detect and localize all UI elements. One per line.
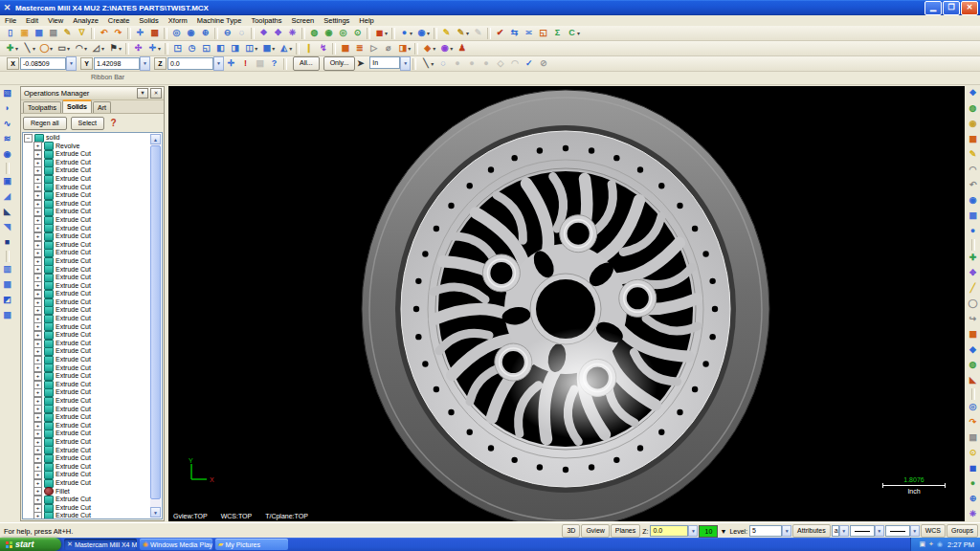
planes-globe-icon[interactable]: ●▾	[397, 26, 414, 40]
color-swatch[interactable]: 10	[699, 525, 718, 538]
tree-item-extrude-cut[interactable]: +Extrude Cut	[33, 257, 150, 266]
collapse-icon[interactable]: −	[24, 134, 33, 143]
dropdown-arrow-icon[interactable]: ▾	[431, 60, 434, 67]
tree-item-extrude-cut[interactable]: +Extrude Cut	[33, 422, 150, 430]
selection-pointer-icon[interactable]: ➤	[355, 58, 366, 69]
tree-item-extrude-cut[interactable]: +Extrude Cut	[33, 413, 150, 422]
purple-star-icon[interactable]: ❈	[967, 507, 979, 521]
tree-item-extrude-cut[interactable]: +Extrude Cut	[33, 364, 150, 373]
z-coordinate-field[interactable]: 0.0	[167, 57, 213, 70]
file-edit-icon[interactable]: ✎	[60, 26, 75, 40]
scroll-down-icon[interactable]: ▼	[150, 507, 161, 518]
zoom-in-icon[interactable]: ⊕	[198, 26, 212, 40]
line-width-dropdown-icon[interactable]: ▼	[910, 525, 920, 537]
tree-item-solid-root[interactable]: − solid	[24, 134, 150, 143]
xform-translate-icon[interactable]: ◳	[170, 41, 185, 55]
tree-item-extrude-cut[interactable]: +Extrude Cut	[33, 191, 150, 200]
surface-grid-icon[interactable]: ▦	[338, 41, 352, 55]
tree-item-extrude-cut[interactable]: +Extrude Cut	[33, 331, 150, 340]
tree-item-extrude-cut[interactable]: +Extrude Cut	[33, 166, 150, 175]
level-field[interactable]: 5	[749, 525, 782, 537]
tree-item-extrude-cut[interactable]: +Extrude Cut	[33, 232, 150, 241]
gview-top-icon[interactable]: ◍	[967, 101, 979, 116]
note-pencil-icon[interactable]: ✎	[967, 147, 979, 162]
zoom-box-icon[interactable]: ⊕	[967, 492, 979, 506]
select-all-button[interactable]: All...	[293, 56, 320, 71]
material-wedge-icon[interactable]: ◣	[967, 373, 979, 387]
tree-item-extrude-cut[interactable]: +Extrude Cut	[33, 175, 150, 184]
tree-item-extrude-cut[interactable]: +Extrude Cut	[33, 479, 150, 488]
surface-rows-icon[interactable]: ≣	[352, 41, 367, 55]
gview-button[interactable]: Gview	[581, 524, 609, 538]
line-style-icon[interactable]: ╲▾	[418, 56, 435, 71]
guess-depth-icon[interactable]: !	[238, 56, 253, 71]
zoom-window-icon[interactable]: ◎	[169, 26, 184, 40]
x-dropdown-icon[interactable]: ▼	[66, 56, 77, 71]
dropdown-arrow-icon[interactable]: ▾	[255, 45, 257, 52]
tree-item-extrude-cut[interactable]: +Extrude Cut	[33, 315, 150, 323]
tree-item-extrude-cut[interactable]: +Extrude Cut	[33, 430, 150, 438]
gview-isometric-icon[interactable]: ❖	[967, 86, 979, 100]
undo-icon[interactable]: ↶	[97, 26, 111, 40]
y-dropdown-icon[interactable]: ▼	[140, 56, 150, 71]
close-button[interactable]: ✕	[961, 1, 978, 15]
analyze-area-icon[interactable]: ◱	[536, 26, 550, 40]
attributes-dropdown-icon[interactable]: ▼	[839, 525, 849, 537]
tree-item-extrude-cut[interactable]: +Extrude Cut	[33, 454, 150, 463]
dropdown-arrow-icon[interactable]: ▾	[272, 45, 275, 52]
tree-item-extrude-cut[interactable]: +Extrude Cut	[33, 463, 150, 472]
tree-item-extrude-cut[interactable]: +Extrude Cut	[33, 356, 150, 364]
dropdown-arrow-icon[interactable]: ▾	[84, 45, 87, 52]
panel-menu-icon[interactable]: ▼	[137, 88, 148, 99]
gview-cube-icon[interactable]: ◼▾	[372, 26, 390, 40]
save-file-icon[interactable]: ▦	[32, 26, 46, 40]
screen-grab-icon[interactable]: ◉	[967, 117, 979, 131]
dynamic-rotate-icon[interactable]: ❖	[256, 26, 271, 40]
stack-icon[interactable]: ▤	[253, 56, 267, 71]
dynamic-zoom-icon[interactable]: ❈	[285, 26, 300, 40]
menu-toolpaths[interactable]: Toolpaths	[246, 15, 286, 26]
autocursor-icon[interactable]: ✛▾	[145, 41, 163, 55]
tray-icon-update[interactable]: ✦	[928, 540, 934, 549]
dropdown-arrow-icon[interactable]: ▾	[466, 30, 469, 36]
solid-layout-icon[interactable]: ▦	[1, 277, 13, 292]
gem-view-icon[interactable]: ◆	[967, 342, 979, 357]
tree-item-extrude-cut[interactable]: +Extrude Cut	[33, 372, 150, 381]
tree-item-extrude-cut[interactable]: +Extrude Cut	[33, 208, 150, 216]
solid-draft-icon[interactable]: ◥	[1, 220, 13, 234]
menu-solids[interactable]: Solids	[134, 15, 163, 26]
selection-mode-dropdown-icon[interactable]: ▼	[400, 56, 411, 71]
tree-item-fillet[interactable]: +Fillet	[33, 488, 150, 496]
tree-item-extrude-cut[interactable]: +Extrude Cut	[33, 388, 150, 397]
green-globe-icon[interactable]: ●	[967, 476, 979, 491]
regen-all-button[interactable]: Regen all	[23, 117, 67, 130]
analyze-position-icon[interactable]: ✔	[493, 26, 507, 40]
solid-boolean-icon[interactable]: ◉	[1, 147, 13, 162]
zoom-previous-icon[interactable]: ⊖	[220, 26, 234, 40]
tree-item-extrude-cut[interactable]: +Extrude Cut	[33, 184, 150, 192]
solid-fillet-icon[interactable]: ◢	[1, 189, 13, 204]
arc-edit-icon[interactable]: ◠	[967, 163, 979, 177]
line-style-combo[interactable]: ▼	[850, 525, 884, 537]
selection-mode-combo[interactable]: In	[369, 56, 400, 69]
delete-entities-icon[interactable]: ∇	[75, 26, 89, 40]
y-coordinate-field[interactable]: 1.42098	[94, 57, 140, 70]
menu-screen[interactable]: Screen	[286, 15, 319, 26]
dropdown-arrow-icon[interactable]: ▾	[50, 45, 53, 52]
flow-arrow-icon[interactable]: ↪	[967, 312, 979, 326]
level-dropdown-icon[interactable]: ▼	[782, 525, 791, 537]
select-result-3-icon[interactable]: ●	[479, 56, 493, 71]
start-button[interactable]: start	[0, 538, 61, 551]
select-none-icon[interactable]: ⊘	[536, 56, 550, 71]
z-dropdown-icon[interactable]: ▼	[213, 56, 224, 71]
taskbar-task-windows-media-player[interactable]: ◉Windows Media Player	[140, 539, 212, 550]
tree-item-extrude-cut[interactable]: +Extrude Cut	[33, 249, 150, 257]
wcs-globe-icon[interactable]: ◉▾	[414, 26, 432, 40]
ruler-icon[interactable]: ╱	[967, 281, 979, 296]
tree-item-revolve[interactable]: +Revolve	[33, 143, 150, 151]
graphics-viewport[interactable]: Y X Gview:TOP WCS:TOP T/Cplane:TOP 1.807…	[168, 86, 965, 521]
print-icon[interactable]: ▤	[46, 26, 60, 40]
dropdown-arrow-icon[interactable]: ▾	[119, 45, 122, 52]
add-point-icon[interactable]: ✚	[967, 251, 979, 265]
create-letters-icon[interactable]: ⚑▾	[106, 41, 123, 55]
